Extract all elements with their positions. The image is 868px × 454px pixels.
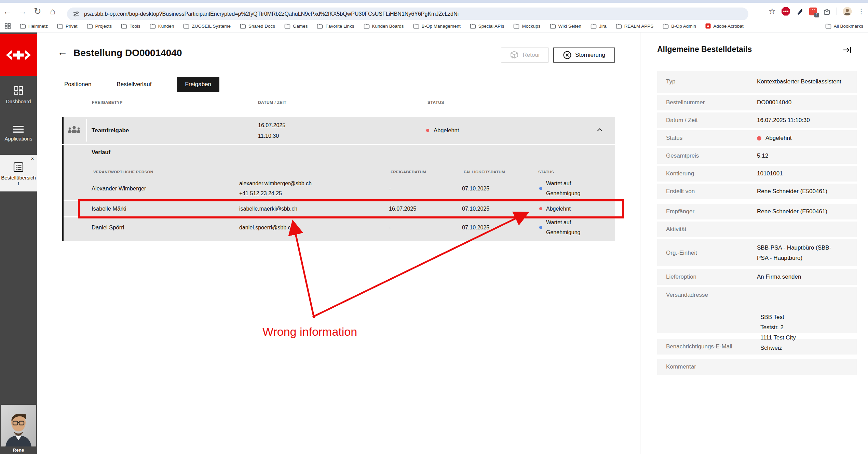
- details-panel: Allgemeine Bestelldetails Typ Kontextbas…: [640, 32, 868, 454]
- detail-label: Org.-Einheit: [657, 250, 757, 256]
- stornierung-button[interactable]: Stornierung: [553, 48, 615, 63]
- detail-value-text: 16.07.2025 11:10:30: [757, 115, 810, 125]
- browser-back-icon[interactable]: ←: [0, 6, 15, 17]
- detail-label: Kommentar: [657, 363, 757, 370]
- table-row: Daniel Spörri daniel.spoerri@sbb.ch - 07…: [64, 216, 615, 237]
- bookmark-item[interactable]: REALM APPS: [616, 24, 654, 29]
- bookmark-label: Games: [293, 24, 308, 29]
- browser-toolbar: ← → ↻ ⌂ psa.sbb.b-op.com/bop-desktop?Bus…: [0, 3, 868, 20]
- tab[interactable]: Freigaben: [177, 77, 219, 92]
- detail-value-text: SBB-PSA - Hauptbüro (SBB-PSA - Hauptbüro…: [757, 243, 842, 263]
- extension-dots: [811, 9, 816, 10]
- sidebar-item-dashboard[interactable]: Dashboard: [0, 85, 37, 104]
- detail-row: Gesamtpreis 5.12: [657, 148, 857, 164]
- bookmark-label: Adobe Acrobat: [713, 24, 744, 29]
- close-icon[interactable]: ×: [31, 156, 34, 162]
- bookmark-item[interactable]: Adobe Acrobat: [705, 23, 744, 29]
- folder-icon: [87, 24, 93, 29]
- detail-value: Abgelehnt: [757, 133, 842, 143]
- bookmark-item[interactable]: Games: [284, 24, 308, 29]
- bookmark-item[interactable]: Special APIs: [470, 24, 504, 29]
- chevron-up-icon[interactable]: [597, 128, 603, 132]
- bookmark-item[interactable]: Tools: [121, 24, 140, 29]
- collapse-panel-icon[interactable]: [843, 46, 852, 54]
- bookmark-item[interactable]: Mockups: [513, 24, 540, 29]
- app-frame: Dashboard Applications × Bestellübersich…: [0, 32, 868, 454]
- bookmark-item[interactable]: Jira: [591, 24, 607, 29]
- detail-value-text: 10101001: [757, 169, 783, 179]
- red-extension-icon[interactable]: 1: [809, 8, 817, 15]
- order-list-icon: [13, 162, 24, 173]
- detail-row: Kontierung 10101001: [657, 166, 857, 182]
- detail-row: Bestellnummer DO00014040: [657, 95, 857, 110]
- sidebar: Dashboard Applications × Bestellübersich…: [0, 32, 37, 454]
- apps-grid-icon[interactable]: [5, 23, 11, 29]
- bookmark-item[interactable]: B-Op Admin: [663, 24, 696, 29]
- tab[interactable]: Positionen: [64, 81, 91, 88]
- bookmark-item[interactable]: B-Op Management: [413, 24, 461, 29]
- status-value: Abgelehnt: [539, 201, 590, 216]
- sidebar-item-applications[interactable]: Applications: [0, 125, 37, 142]
- person-contact: daniel.spoerri@sbb.ch: [239, 217, 294, 237]
- status-dot: [539, 226, 542, 229]
- sidebar-profile[interactable]: Rene: [0, 405, 37, 453]
- detail-value-text: DO00014040: [757, 97, 791, 108]
- detail-value-text: 5.12: [757, 151, 768, 161]
- bookmark-item[interactable]: Favorite Links: [317, 24, 354, 29]
- faelligkeitsdatum-value: 07.10.2025: [462, 217, 489, 237]
- back-arrow-icon[interactable]: ←: [57, 46, 68, 58]
- browser-home-icon[interactable]: ⌂: [45, 6, 60, 17]
- sidebar-item-bestelluebersicht[interactable]: × Bestellübersicht: [0, 155, 37, 191]
- bookmark-label: B-Op Management: [422, 24, 461, 29]
- browser-reload-icon[interactable]: ↻: [30, 6, 45, 17]
- person-name: Isabelle Märki: [92, 201, 126, 216]
- extension-badge: 1: [814, 13, 819, 17]
- contact-email: isabelle.maerki@sbb.ch: [239, 204, 297, 214]
- bookmarks-divider: [819, 22, 819, 30]
- bookmark-item[interactable]: Heimnetz: [20, 24, 48, 29]
- bookmark-item[interactable]: Kunden Boards: [364, 24, 404, 29]
- address-bar[interactable]: psa.sbb.b-op.com/bop-desktop?BusinessPar…: [67, 8, 748, 21]
- detail-row: Erstellt von Rene Schneider (E500461): [657, 184, 857, 199]
- site-settings-icon[interactable]: [73, 11, 79, 17]
- sbb-logo[interactable]: [0, 34, 37, 76]
- bookmark-item[interactable]: Wiki Seiten: [550, 24, 582, 29]
- detail-value: SBB Test Teststr. 2 1111 Test City Schwe…: [757, 292, 842, 353]
- bookmark-item[interactable]: Projects: [87, 24, 112, 29]
- browser-menu-icon[interactable]: ⋮: [858, 7, 865, 15]
- verlauf-title: Verlauf: [92, 149, 110, 156]
- date-value: 16.07.2025: [258, 120, 285, 131]
- sidebar-item-label: Dashboard: [6, 98, 31, 104]
- tab[interactable]: Bestellverlauf: [117, 81, 151, 88]
- bookmark-item[interactable]: Kunden: [150, 24, 174, 29]
- table-row: Alexander Wimberger alexander.wimberger@…: [64, 177, 615, 200]
- detail-value: Rene Schneider (E500461): [757, 186, 842, 197]
- sidebar-item-label: Applications: [5, 136, 32, 142]
- status-dot: [757, 136, 761, 141]
- bookmark-item[interactable]: Privat: [57, 24, 78, 29]
- bookmark-label: Kunden Boards: [372, 24, 404, 29]
- cancel-circle-icon: [563, 51, 572, 59]
- pen-extension-icon[interactable]: [796, 8, 803, 15]
- retour-button[interactable]: Retour: [501, 48, 549, 63]
- bookmark-item[interactable]: Shared Docs: [240, 24, 275, 29]
- detail-value-text: Kontextbasierter Bestellassistent: [757, 77, 841, 87]
- adblock-extension-icon[interactable]: ABP: [782, 7, 790, 16]
- detail-row: Versandadresse SBB Test Teststr. 2 1111 …: [657, 287, 857, 333]
- detail-label: Versandadresse: [657, 292, 757, 298]
- all-bookmarks[interactable]: All Bookmarks: [825, 24, 863, 29]
- dashboard-icon: [13, 85, 24, 96]
- detail-value: An Firma senden: [757, 272, 842, 282]
- folder-icon: [413, 24, 419, 29]
- folder-icon: [150, 24, 156, 29]
- profile-avatar-icon[interactable]: [843, 7, 852, 16]
- bookmark-item[interactable]: ZUGSEIL Systeme: [183, 24, 231, 29]
- extensions-puzzle-icon[interactable]: [823, 8, 831, 15]
- bookmark-star-icon[interactable]: ☆: [768, 6, 776, 16]
- detail-value: 10101001: [757, 169, 842, 179]
- freigabedatum-value: -: [389, 217, 391, 237]
- browser-forward-icon[interactable]: →: [15, 6, 30, 17]
- panel-title: Allgemeine Bestelldetails: [657, 45, 752, 54]
- bookmark-label: B-Op Admin: [671, 24, 696, 29]
- teamfreigabe-row[interactable]: Teamfreigabe 16.07.2025 11:10:30 Abgeleh…: [62, 117, 615, 144]
